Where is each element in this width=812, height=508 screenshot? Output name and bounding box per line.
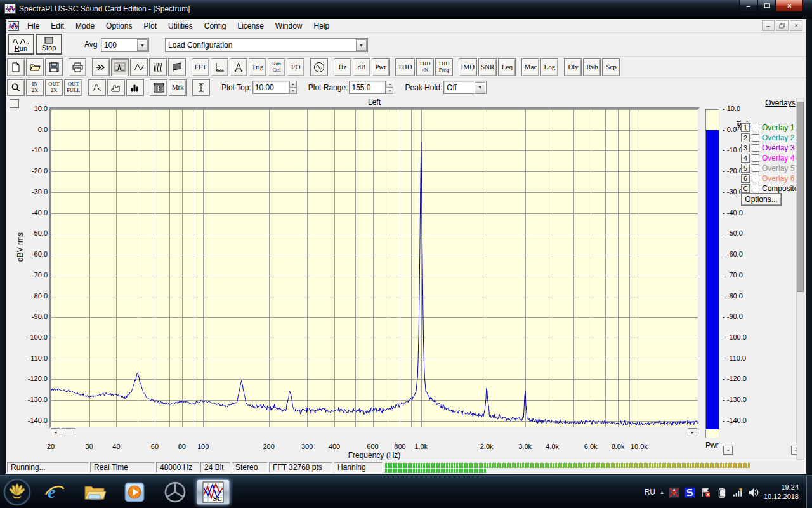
stop-button[interactable]: Stop (36, 34, 62, 55)
calibration-button[interactable] (230, 58, 247, 76)
run-control-button[interactable]: Run Ctrl (268, 58, 285, 76)
thd-button[interactable]: THD (395, 58, 415, 76)
scrollbar-thumb[interactable] (797, 102, 804, 292)
mdi-close-button[interactable]: × (790, 20, 802, 31)
zoom-out-full-button[interactable]: OUT FULL (64, 79, 82, 96)
avg-select[interactable]: 100 ▼ (101, 38, 149, 52)
taskbar-item-internet-explorer[interactable]: e (38, 479, 71, 505)
menu-mode[interactable]: Mode (70, 20, 100, 32)
overlay-set-button-5[interactable]: 5 (741, 164, 750, 173)
waterfall-view-button[interactable] (149, 58, 167, 76)
overlay-set-button-4[interactable]: 4 (741, 154, 750, 163)
menu-config[interactable]: Config (199, 20, 232, 32)
microphone-muted-icon[interactable] (669, 486, 680, 498)
close-button[interactable]: × (776, 0, 803, 12)
menu-edit[interactable]: Edit (45, 20, 70, 32)
taskbar-item-explorer[interactable] (79, 479, 112, 505)
scroll-left-icon[interactable]: ◄ (51, 428, 60, 436)
run-button[interactable]: Run (8, 34, 34, 55)
fft-button[interactable]: FFT (192, 58, 209, 76)
overlay-checkbox-1[interactable] (752, 124, 759, 131)
switcher-tray-icon[interactable] (684, 486, 696, 498)
thd-n-button[interactable]: THD +N (416, 58, 434, 76)
zoom-button[interactable] (7, 79, 25, 96)
hz-button[interactable]: Hz (334, 58, 351, 76)
menu-utilities[interactable]: Utilities (162, 20, 199, 32)
trigger-button[interactable]: Trig (249, 58, 266, 76)
log-button[interactable]: Log (540, 58, 558, 76)
overlay-checkbox-C[interactable] (752, 185, 759, 192)
delay-button[interactable]: Dly (564, 58, 582, 76)
mdi-restore-button[interactable] (776, 20, 789, 31)
open-button[interactable] (26, 58, 44, 76)
tray-expand-icon[interactable]: ▲ (660, 490, 664, 495)
peak-hold-select[interactable]: Off ▼ (443, 81, 487, 94)
battery-icon[interactable] (716, 486, 728, 498)
taskbar-item-star-app[interactable] (159, 479, 192, 505)
vertical-scale-button[interactable] (192, 79, 210, 96)
overlay-set-button-C[interactable]: C (741, 184, 750, 193)
bar-plot-button[interactable] (126, 79, 144, 96)
collapse-meter-button[interactable]: - (723, 446, 733, 455)
overlay-checkbox-5[interactable] (752, 164, 759, 172)
plot-range-spinner[interactable]: ▲▼ (386, 81, 393, 94)
spectrum-view-button[interactable] (111, 58, 129, 76)
display-options-button[interactable] (150, 79, 167, 96)
overlay-checkbox-3[interactable] (752, 144, 759, 152)
menu-license[interactable]: License (232, 20, 269, 32)
signal-generator-button[interactable] (310, 58, 328, 76)
taskbar-item-media-player[interactable] (118, 479, 151, 505)
start-button[interactable] (3, 478, 32, 507)
action-center-flag-icon[interactable] (700, 486, 712, 498)
marker-button[interactable]: Mrk (169, 79, 187, 96)
time-series-button[interactable] (92, 58, 110, 76)
scope-button[interactable]: Scp (602, 58, 620, 76)
menu-options[interactable]: Options (100, 20, 138, 32)
overlay-checkbox-2[interactable] (752, 134, 759, 142)
scrollbar-thumb[interactable] (62, 428, 75, 436)
print-button[interactable] (69, 58, 86, 76)
tray-clock[interactable]: 19:24 10.12.2018 (764, 483, 799, 502)
minimize-button[interactable]: – (739, 0, 757, 12)
zoom-out-2x-button[interactable]: OUT 2X (45, 79, 63, 96)
macro-button[interactable]: Mac (521, 58, 539, 76)
scroll-right-icon[interactable]: ► (688, 428, 697, 436)
spectrum-plot[interactable] (51, 109, 698, 427)
vertical-scrollbar[interactable] (796, 98, 804, 460)
plot-range-input[interactable] (349, 81, 386, 94)
speaker-icon[interactable] (748, 486, 759, 498)
pwr-button[interactable]: Pwr (372, 58, 390, 76)
language-indicator[interactable]: RU (645, 488, 655, 497)
collapse-plot-button[interactable]: - (10, 99, 19, 108)
network-icon[interactable] (732, 486, 743, 498)
menu-file[interactable]: File (22, 20, 45, 32)
zoom-in-2x-button[interactable]: IN 2X (26, 79, 44, 96)
save-button[interactable] (45, 58, 63, 76)
menu-window[interactable]: Window (270, 20, 308, 32)
overlay-set-button-1[interactable]: 1 (741, 123, 750, 132)
step-plot-button[interactable] (107, 79, 125, 96)
oscilloscope-view-button[interactable] (130, 58, 148, 76)
overlay-checkbox-6[interactable] (752, 175, 759, 182)
taskbar-item-spectraplus[interactable]: SC (197, 479, 230, 505)
thd-freq-button[interactable]: THD Freq (435, 58, 453, 76)
overlay-set-button-2[interactable]: 2 (741, 133, 750, 142)
new-file-button[interactable] (7, 58, 25, 76)
snr-button[interactable]: SNR (478, 58, 497, 76)
line-plot-button[interactable] (88, 79, 106, 96)
spectrogram-view-button[interactable] (168, 58, 186, 76)
overlay-set-button-6[interactable]: 6 (741, 174, 750, 183)
mdi-minimize-button[interactable]: – (762, 20, 775, 31)
scale-button[interactable] (211, 58, 228, 76)
horizontal-scrollbar[interactable]: ◄ ► (51, 428, 698, 437)
show-desktop-button[interactable] (806, 476, 812, 508)
load-configuration-select[interactable]: Load Configuration ▼ (165, 38, 368, 52)
menu-plot[interactable]: Plot (138, 20, 162, 32)
menu-help[interactable]: Help (308, 20, 336, 32)
leq-button[interactable]: Leq (498, 58, 516, 76)
plot-top-spinner[interactable]: ▲▼ (289, 81, 297, 94)
overlay-checkbox-4[interactable] (752, 154, 759, 162)
db-button[interactable]: dB (353, 58, 370, 76)
plot-top-input[interactable] (252, 81, 289, 94)
imd-button[interactable]: IMD (459, 58, 477, 76)
